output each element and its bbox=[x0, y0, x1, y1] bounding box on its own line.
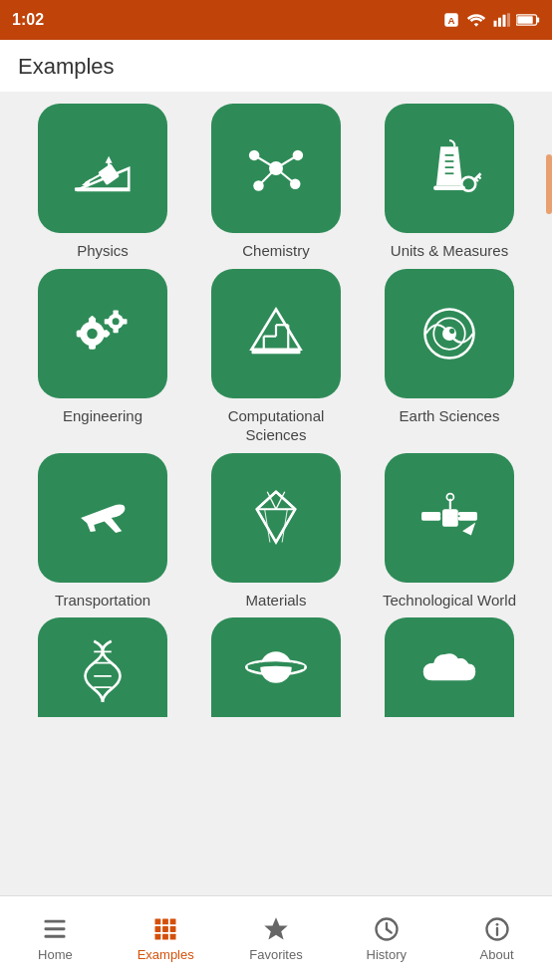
svg-rect-47 bbox=[122, 319, 127, 324]
computational-icon bbox=[241, 299, 311, 368]
examples-nav-label: Examples bbox=[138, 947, 194, 962]
space-partial-icon bbox=[211, 617, 341, 717]
category-item-earth[interactable]: Earth Sciences bbox=[375, 269, 524, 445]
about-nav-label: About bbox=[480, 947, 514, 962]
chemistry-label: Chemistry bbox=[242, 241, 310, 261]
tech-world-label: Technological World bbox=[383, 591, 516, 611]
svg-rect-83 bbox=[45, 927, 66, 930]
info-icon bbox=[483, 915, 511, 943]
units-icon-bg bbox=[385, 104, 514, 233]
physics-icon-bg bbox=[38, 104, 167, 233]
nav-examples[interactable]: Examples bbox=[111, 896, 221, 980]
svg-rect-54 bbox=[252, 349, 301, 353]
earth-icon bbox=[414, 299, 484, 368]
partial-item-misc[interactable] bbox=[375, 617, 524, 717]
svg-rect-84 bbox=[45, 934, 66, 937]
svg-rect-86 bbox=[162, 918, 168, 924]
partial-item-space[interactable] bbox=[201, 617, 351, 717]
space-icon bbox=[241, 632, 311, 702]
physics-icon bbox=[68, 133, 138, 203]
a-icon: A bbox=[442, 11, 460, 29]
svg-line-62 bbox=[276, 491, 295, 509]
category-row-2: Engineering Computational Sciences bbox=[16, 269, 536, 445]
biology-icon bbox=[68, 632, 138, 702]
home-icon bbox=[41, 915, 69, 943]
svg-marker-59 bbox=[257, 491, 296, 542]
category-item-units[interactable]: Units & Measures bbox=[375, 104, 524, 261]
category-row-1: Physics Chemistry bbox=[16, 104, 536, 261]
tech-world-icon bbox=[414, 483, 484, 553]
engineering-icon bbox=[68, 299, 138, 368]
category-item-physics[interactable]: Physics bbox=[28, 104, 177, 261]
category-item-computational[interactable]: Computational Sciences bbox=[201, 269, 351, 445]
svg-rect-90 bbox=[170, 926, 176, 932]
category-item-tech-world[interactable]: Technological World bbox=[375, 453, 524, 611]
svg-rect-25 bbox=[433, 186, 465, 190]
svg-rect-37 bbox=[89, 342, 96, 349]
svg-rect-45 bbox=[114, 327, 119, 332]
svg-point-43 bbox=[113, 318, 120, 325]
nav-about[interactable]: About bbox=[441, 896, 552, 980]
category-item-transportation[interactable]: Transportation bbox=[28, 453, 177, 611]
svg-marker-4 bbox=[503, 15, 506, 27]
svg-rect-85 bbox=[155, 918, 161, 924]
svg-rect-88 bbox=[155, 926, 161, 932]
star-icon bbox=[262, 915, 290, 943]
category-item-chemistry[interactable]: Chemistry bbox=[201, 104, 351, 261]
svg-line-65 bbox=[257, 509, 276, 542]
svg-point-35 bbox=[87, 328, 98, 339]
engineering-label: Engineering bbox=[63, 406, 142, 426]
svg-line-32 bbox=[478, 176, 481, 179]
category-item-engineering[interactable]: Engineering bbox=[28, 269, 177, 445]
svg-rect-71 bbox=[458, 511, 477, 520]
svg-point-80 bbox=[260, 651, 292, 683]
svg-marker-3 bbox=[498, 18, 501, 27]
svg-line-66 bbox=[276, 509, 295, 542]
favorites-nav-label: Favorites bbox=[249, 947, 302, 962]
svg-rect-87 bbox=[170, 918, 176, 924]
category-grid: Physics Chemistry bbox=[0, 92, 552, 837]
svg-rect-89 bbox=[162, 926, 168, 932]
clock-icon bbox=[373, 915, 401, 943]
signal-icon bbox=[492, 12, 510, 28]
svg-rect-7 bbox=[537, 17, 540, 22]
wifi-icon bbox=[466, 12, 486, 28]
category-row-3: Transportation Materials bbox=[16, 453, 536, 611]
nav-home[interactable]: Home bbox=[0, 896, 111, 980]
scrollbar bbox=[546, 154, 552, 214]
engineering-icon-bg bbox=[38, 269, 167, 398]
history-nav-label: History bbox=[367, 947, 407, 962]
svg-rect-10 bbox=[75, 187, 129, 191]
svg-text:A: A bbox=[447, 15, 454, 26]
page-header: Examples bbox=[0, 40, 552, 92]
status-icons: A bbox=[442, 11, 540, 29]
materials-icon-bg bbox=[211, 453, 341, 583]
nav-favorites[interactable]: Favorites bbox=[221, 896, 332, 980]
transportation-icon bbox=[68, 483, 138, 553]
svg-rect-92 bbox=[162, 933, 168, 939]
status-bar: 1:02 A bbox=[0, 0, 552, 40]
svg-rect-69 bbox=[442, 509, 458, 527]
chemistry-icon bbox=[241, 133, 311, 203]
earth-icon-bg bbox=[385, 269, 514, 398]
svg-rect-44 bbox=[114, 310, 119, 315]
examples-icon bbox=[151, 915, 179, 943]
svg-rect-91 bbox=[155, 933, 161, 939]
svg-rect-82 bbox=[45, 919, 66, 922]
transportation-label: Transportation bbox=[55, 591, 150, 611]
svg-point-58 bbox=[449, 328, 454, 333]
svg-line-22 bbox=[276, 155, 298, 168]
svg-rect-70 bbox=[421, 511, 440, 520]
misc-icon bbox=[414, 632, 484, 702]
biology-partial-icon bbox=[38, 617, 167, 717]
physics-label: Physics bbox=[77, 241, 129, 261]
transportation-icon-bg bbox=[38, 453, 167, 583]
status-time: 1:02 bbox=[12, 11, 44, 29]
svg-marker-2 bbox=[494, 21, 497, 27]
category-item-materials[interactable]: Materials bbox=[201, 453, 351, 611]
page-title: Examples bbox=[18, 54, 115, 79]
partial-item-biology[interactable] bbox=[28, 617, 177, 717]
bottom-nav: Home Examples Favorites History bbox=[0, 895, 552, 980]
svg-point-99 bbox=[495, 922, 498, 925]
nav-history[interactable]: History bbox=[331, 896, 441, 980]
